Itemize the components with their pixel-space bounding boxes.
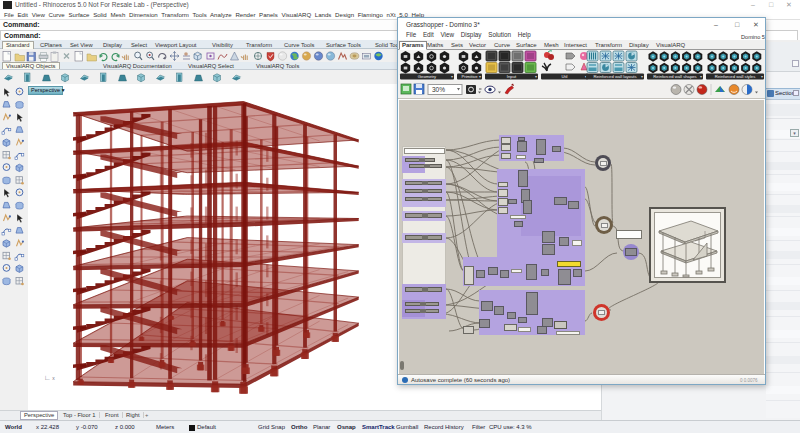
svg-text:▾: ▾ — [479, 74, 481, 79]
svg-text:30%: 30% — [432, 86, 445, 93]
svg-text:▾: ▾ — [535, 74, 537, 79]
svg-text:▾: ▾ — [761, 74, 763, 79]
svg-text:Util: Util — [561, 74, 567, 79]
svg-text:▾: ▾ — [451, 74, 453, 79]
svg-text:Primitive: Primitive — [461, 74, 478, 79]
svg-text:▾: ▾ — [700, 74, 702, 79]
svg-text:Input: Input — [507, 74, 517, 79]
svg-text:▾: ▾ — [641, 74, 643, 79]
svg-text:Reinforced wall shapes: Reinforced wall shapes — [653, 74, 696, 79]
svg-text:Reinforced wall styles: Reinforced wall styles — [715, 74, 756, 79]
svg-text:Geometry: Geometry — [418, 74, 437, 79]
svg-text:Reinforced wall layouts: Reinforced wall layouts — [593, 74, 636, 79]
